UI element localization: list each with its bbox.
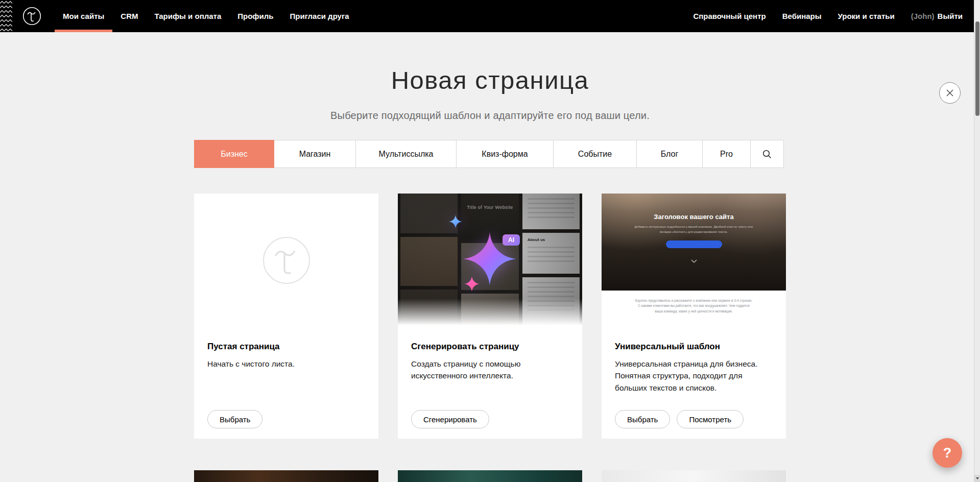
tilda-logo[interactable]: [22, 7, 41, 26]
nav-item-my-sites[interactable]: Мои сайты: [55, 0, 112, 32]
preview-body-text: Коротко представьтесь и расскажите о ком…: [635, 298, 753, 314]
tab-business[interactable]: Бизнес: [194, 140, 274, 168]
universal-template-preview: Заголовок вашего сайта Добавьте интересн…: [602, 194, 786, 327]
tab-event[interactable]: Событие: [554, 140, 637, 168]
ai-generate-preview: Title of Your Website About us: [398, 194, 582, 327]
tab-blog[interactable]: Блог: [637, 140, 703, 168]
card-description: Универсальная страница для бизнеса. Поня…: [615, 358, 768, 394]
preview-bottom-fade: [398, 299, 582, 327]
tab-shop[interactable]: Магазин: [274, 140, 356, 168]
template-card-universal: Заголовок вашего сайта Добавьте интересн…: [602, 194, 786, 439]
nav-item-tariffs[interactable]: Тарифы и оплата: [146, 0, 229, 32]
preview-body-section: Коротко представьтесь и расскажите о ком…: [602, 291, 786, 327]
secondary-menu: Справочный центр Вебинары Уроки и статьи…: [685, 0, 963, 32]
nav-item-webinars[interactable]: Вебинары: [774, 0, 830, 32]
main-content: Новая страница Выберите подходящий шабло…: [0, 32, 980, 482]
nav-item-invite-friend[interactable]: Пригласи друга: [281, 0, 357, 32]
template-category-tabs: Бизнес Магазин Мультиссылка Квиз-форма С…: [194, 140, 786, 168]
card-title: Универсальный шаблон: [615, 342, 773, 352]
main-menu: Мои сайты CRM Тарифы и оплата Профиль Пр…: [55, 0, 357, 32]
help-chat-button[interactable]: ?: [933, 438, 962, 468]
nav-item-lessons[interactable]: Уроки и статьи: [830, 0, 903, 32]
page-subtitle: Выберите подходящий шаблон и адаптируйте…: [194, 110, 786, 122]
search-icon: [762, 150, 772, 159]
nav-item-profile[interactable]: Профиль: [229, 0, 281, 32]
template-card-blank: Пустая страница Начать с чистого листа. …: [194, 194, 378, 439]
nav-item-crm[interactable]: CRM: [112, 0, 146, 32]
preview-hero-section: Заголовок вашего сайта Добавьте интересн…: [602, 194, 786, 291]
preview-hero-text: Добавьте интересные подробности о вашей …: [630, 225, 758, 234]
user-box: (John) Выйти: [903, 12, 963, 20]
card-description: Создать страницу с помощью искусственног…: [411, 358, 564, 382]
blank-page-preview: [194, 194, 378, 327]
card-title: Пустая страница: [207, 342, 365, 352]
zigzag-pattern-icon: [0, 0, 12, 32]
close-icon: [946, 89, 954, 97]
ai-badge: AI: [503, 234, 520, 246]
preview-hero-title: Заголовок вашего сайта: [602, 194, 786, 221]
tab-quiz-form[interactable]: Квиз-форма: [457, 140, 554, 168]
template-cards-row-2: [194, 470, 786, 482]
close-button[interactable]: [939, 82, 961, 104]
user-name: (John): [911, 12, 935, 20]
template-cards-row-1: Пустая страница Начать с чистого листа. …: [194, 194, 786, 439]
card-title: Сгенерировать страницу: [411, 342, 569, 352]
template-card-partial-1[interactable]: [194, 470, 378, 482]
page-title: Новая страница: [194, 66, 786, 94]
nav-item-help-center[interactable]: Справочный центр: [685, 0, 774, 32]
template-card-ai-generate: Title of Your Website About us: [398, 194, 582, 439]
choose-universal-button[interactable]: Выбрать: [615, 410, 670, 428]
scrollbar-thumb[interactable]: [975, 21, 979, 116]
generate-button[interactable]: Сгенерировать: [411, 410, 489, 428]
logout-link[interactable]: Выйти: [938, 12, 963, 20]
scrollbar-down-arrow[interactable]: [974, 475, 980, 482]
preview-universal-button[interactable]: Посмотреть: [677, 410, 744, 428]
tab-pro[interactable]: Pro: [703, 140, 751, 168]
page-scrollbar[interactable]: [974, 0, 980, 482]
tab-search[interactable]: [751, 140, 784, 168]
tab-multilink[interactable]: Мультиссылка: [356, 140, 457, 168]
chevron-down-icon: [691, 256, 697, 265]
template-card-partial-3[interactable]: [602, 470, 786, 482]
preview-cta-button: [666, 240, 722, 248]
card-description: Начать с чистого листа.: [207, 358, 361, 370]
choose-blank-button[interactable]: Выбрать: [207, 410, 262, 428]
template-card-partial-2[interactable]: [398, 470, 582, 482]
tilda-logo-watermark-icon: [261, 235, 312, 285]
top-nav: Мои сайты CRM Тарифы и оплата Профиль Пр…: [0, 0, 980, 32]
